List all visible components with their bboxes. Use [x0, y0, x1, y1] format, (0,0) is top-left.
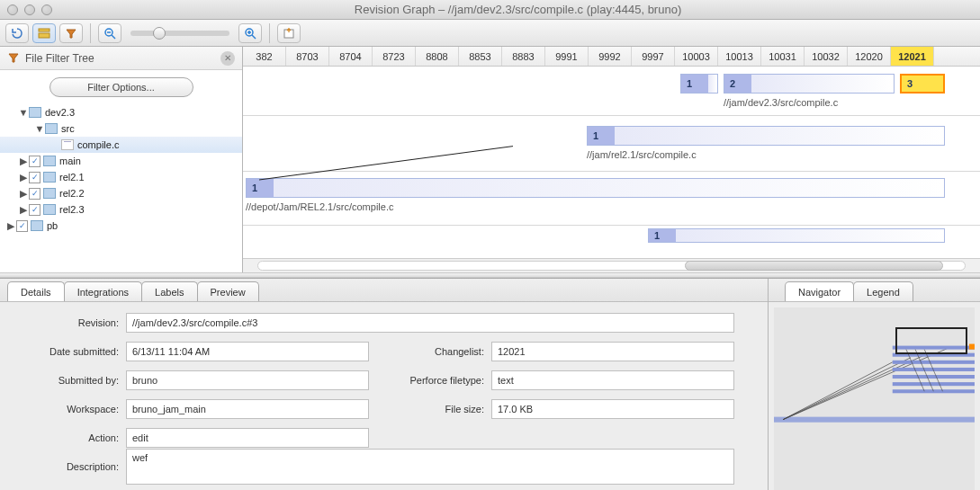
zoom-out-button[interactable]: [98, 23, 121, 43]
scrollbar-thumb[interactable]: [685, 261, 943, 271]
tab-navigator[interactable]: Navigator: [785, 281, 854, 301]
tree-label: compile.c: [77, 139, 119, 150]
ruler-cell[interactable]: 10003: [675, 47, 718, 66]
checkbox[interactable]: ✓: [29, 156, 40, 167]
workspace-field[interactable]: bruno_jam_main: [126, 399, 369, 419]
svg-rect-14: [774, 417, 975, 423]
revision-box[interactable]: 1: [246, 178, 945, 198]
filter-button[interactable]: [59, 23, 83, 43]
revision-field[interactable]: //jam/dev2.3/src/compile.c#3: [126, 313, 734, 333]
revision-box[interactable]: 1: [680, 74, 718, 94]
svg-line-16: [783, 358, 911, 420]
zoom-slider[interactable]: [130, 31, 229, 36]
zoom-slider-knob[interactable]: [153, 27, 166, 40]
tree-label: pb: [47, 220, 58, 231]
tree-label: src: [61, 123, 75, 134]
folder-icon: [45, 123, 58, 134]
filesize-field[interactable]: 17.0 KB: [491, 399, 734, 419]
ruler-cell[interactable]: 10031: [761, 47, 805, 66]
tab-preview[interactable]: Preview: [197, 281, 259, 301]
ruler-cell[interactable]: 8808: [416, 47, 459, 66]
submittedby-field[interactable]: bruno: [126, 370, 369, 390]
zoom-window-icon[interactable]: [41, 4, 52, 15]
description-label: Description:: [11, 461, 119, 472]
folder-icon: [31, 220, 43, 231]
tree-node-dev23[interactable]: ▼dev2.3: [0, 104, 242, 120]
tree-node-src[interactable]: ▼src: [0, 120, 242, 137]
svg-line-15: [783, 362, 893, 420]
tree-label: dev2.3: [45, 107, 75, 118]
description-field[interactable]: wef: [126, 449, 734, 485]
ruler-cell[interactable]: 8883: [502, 47, 545, 66]
tree-node-main[interactable]: ▶✓main: [0, 153, 242, 169]
filter-icon: [7, 51, 20, 66]
revision-graph[interactable]: 3828703870487238808885388839991999299971…: [243, 47, 980, 272]
revision-box[interactable]: 2: [724, 74, 895, 94]
tree-label: rel2.3: [59, 204, 85, 215]
graph-canvas[interactable]: 1 2 3 //jam/dev2.3/src/compile.c 1 //jam…: [243, 67, 980, 258]
file-tree[interactable]: ▼dev2.3 ▼src compile.c ▶✓main ▶✓rel2.1 ▶…: [0, 102, 242, 272]
filter-options-button[interactable]: Filter Options...: [49, 77, 193, 97]
checkbox[interactable]: ✓: [16, 220, 28, 232]
changelist-ruler[interactable]: 3828703870487238808885388839991999299971…: [243, 47, 980, 67]
revision-box-selected[interactable]: 3: [900, 74, 945, 94]
minimize-window-icon[interactable]: [24, 4, 35, 15]
navigator-minimap[interactable]: [774, 307, 975, 490]
separator: [90, 23, 91, 43]
branch-path: //depot/Jam/REL2.1/src/compile.c: [246, 201, 393, 212]
close-filter-icon[interactable]: ✕: [220, 51, 235, 66]
changelist-field[interactable]: 12021: [491, 342, 734, 361]
ruler-cell[interactable]: 9991: [545, 47, 589, 66]
ruler-cell[interactable]: 8853: [459, 47, 502, 66]
ruler-cell[interactable]: 10013: [718, 47, 761, 66]
checkbox[interactable]: ✓: [29, 188, 40, 200]
tab-labels[interactable]: Labels: [141, 281, 197, 301]
window-title: Revision Graph – //jam/dev2.3/src/compil…: [63, 3, 973, 16]
svg-rect-24: [893, 382, 975, 386]
ruler-cell[interactable]: 9997: [632, 47, 675, 66]
action-field[interactable]: edit: [126, 428, 369, 448]
ruler-cell[interactable]: 8704: [329, 47, 373, 66]
tree-node-compile[interactable]: compile.c: [0, 137, 242, 153]
window-controls[interactable]: [7, 4, 52, 15]
filter-title: File Filter Tree: [25, 52, 220, 65]
tree-node-pb[interactable]: ▶✓pb: [0, 218, 242, 234]
tree-node-rel21[interactable]: ▶✓rel2.1: [0, 169, 242, 185]
export-button[interactable]: [277, 23, 301, 43]
svg-rect-21: [893, 361, 975, 364]
ruler-cell[interactable]: 8723: [373, 47, 416, 66]
tree-node-rel23[interactable]: ▶✓rel2.3: [0, 201, 242, 218]
ruler-cell[interactable]: 9992: [589, 47, 632, 66]
filter-tree-button[interactable]: [32, 23, 56, 43]
svg-line-10: [259, 137, 513, 180]
checkbox[interactable]: ✓: [29, 204, 40, 216]
zoom-in-button[interactable]: [238, 23, 262, 43]
date-field[interactable]: 6/13/11 11:04 AM: [126, 342, 369, 361]
ruler-cell[interactable]: 12021: [891, 47, 934, 66]
date-label: Date submitted:: [11, 346, 119, 357]
navigator-viewport[interactable]: [895, 327, 967, 354]
tab-details[interactable]: Details: [7, 281, 65, 301]
revision-box[interactable]: 1: [648, 228, 945, 243]
navigator-tabs: NavigatorLegend: [769, 279, 980, 302]
filesize-label: File size:: [376, 404, 484, 414]
refresh-button[interactable]: [5, 23, 29, 43]
ruler-cell[interactable]: 10032: [805, 47, 848, 66]
horizontal-scrollbar[interactable]: [243, 258, 980, 272]
tab-legend[interactable]: Legend: [853, 281, 913, 301]
tree-node-rel22[interactable]: ▶✓rel2.2: [0, 185, 242, 201]
revision-box[interactable]: 1: [587, 126, 945, 146]
ruler-cell[interactable]: 8703: [286, 47, 329, 66]
svg-line-6: [252, 35, 256, 39]
ruler-cell[interactable]: 12020: [848, 47, 891, 66]
filetype-field[interactable]: text: [491, 370, 734, 390]
details-form: Revision: //jam/dev2.3/src/compile.c#3 D…: [0, 302, 768, 490]
file-icon: [61, 139, 74, 150]
tab-integrations[interactable]: Integrations: [64, 281, 142, 301]
ruler-cell[interactable]: 382: [243, 47, 286, 66]
close-window-icon[interactable]: [7, 4, 18, 15]
filetype-label: Perforce filetype:: [376, 375, 484, 386]
checkbox[interactable]: ✓: [29, 172, 40, 183]
folder-icon: [43, 172, 56, 183]
submittedby-label: Submitted by:: [11, 375, 119, 386]
